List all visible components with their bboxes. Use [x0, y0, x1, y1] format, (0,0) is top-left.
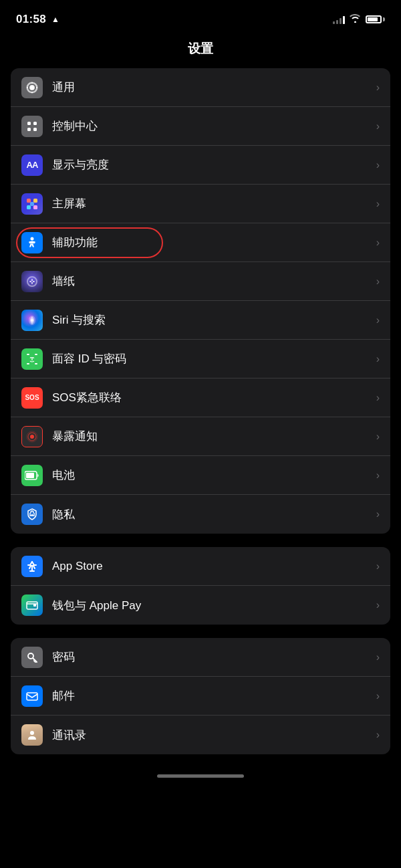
mail-label: 邮件	[52, 688, 371, 703]
svg-rect-11	[27, 205, 31, 209]
battery-chevron: ›	[376, 469, 380, 481]
control-center-icon	[21, 116, 43, 137]
signal-bars	[333, 15, 345, 24]
settings-row-siri[interactable]: Siri 与搜索 ›	[11, 301, 390, 340]
settings-group-3: 密码 › 邮件 › 通讯录 ›	[11, 638, 390, 754]
contacts-icon	[21, 724, 43, 746]
exposure-icon	[21, 426, 43, 447]
status-bar: 01:58 ▲	[0, 0, 401, 35]
settings-row-mail[interactable]: 邮件 ›	[11, 677, 390, 716]
wallet-icon	[21, 594, 43, 616]
siri-chevron: ›	[376, 314, 380, 326]
svg-rect-5	[27, 122, 31, 125]
mail-chevron: ›	[376, 690, 380, 702]
signal-bar-4	[343, 16, 345, 24]
general-icon	[21, 77, 43, 98]
signal-bar-2	[336, 20, 338, 24]
svg-rect-27	[31, 514, 33, 516]
svg-point-16	[31, 319, 33, 322]
passwords-icon	[21, 647, 43, 668]
svg-point-2	[31, 92, 33, 93]
svg-line-34	[34, 661, 35, 662]
settings-row-battery[interactable]: 电池 ›	[11, 456, 390, 495]
signal-bar-3	[340, 18, 342, 24]
appstore-chevron: ›	[376, 560, 380, 572]
settings-row-wallpaper[interactable]: 墙纸 ›	[11, 262, 390, 301]
svg-rect-26	[26, 473, 34, 478]
display-icon: AA	[21, 154, 43, 176]
svg-rect-8	[33, 128, 37, 131]
passwords-chevron: ›	[376, 651, 380, 663]
settings-row-passwords[interactable]: 密码 ›	[11, 638, 390, 677]
settings-row-exposure[interactable]: 暴露通知 ›	[11, 417, 390, 456]
home-indicator	[0, 768, 401, 783]
display-label: 显示与亮度	[52, 157, 371, 173]
privacy-label: 隐私	[52, 507, 371, 522]
settings-group-2: App Store › 钱包与 Apple Pay ›	[11, 547, 390, 625]
svg-rect-18	[35, 354, 37, 355]
settings-row-accessibility[interactable]: 辅助功能 ›	[11, 223, 390, 262]
settings-row-sos[interactable]: SOS SOS紧急联络 ›	[11, 378, 390, 417]
svg-point-3	[27, 87, 28, 88]
privacy-chevron: ›	[376, 508, 380, 520]
svg-rect-19	[27, 363, 29, 364]
faceid-chevron: ›	[376, 353, 380, 365]
mail-icon	[21, 685, 43, 707]
svg-point-36	[30, 731, 34, 735]
sos-icon: SOS	[21, 387, 43, 409]
faceid-icon	[21, 348, 43, 370]
svg-point-14	[31, 237, 34, 240]
privacy-icon	[21, 504, 43, 525]
status-icons	[333, 14, 385, 25]
passwords-label: 密码	[52, 649, 371, 665]
svg-point-4	[36, 87, 37, 88]
page-title: 设置	[0, 35, 401, 68]
siri-icon	[21, 310, 43, 331]
settings-row-general[interactable]: 通用 ›	[11, 68, 390, 107]
wallpaper-chevron: ›	[376, 276, 380, 288]
accessibility-icon	[21, 232, 43, 253]
signal-bar-1	[333, 21, 335, 24]
battery-icon	[366, 15, 385, 23]
settings-row-display[interactable]: AA 显示与亮度 ›	[11, 146, 390, 185]
wallet-chevron: ›	[376, 599, 380, 611]
location-icon: ▲	[51, 15, 59, 24]
settings-group-1: 通用 › 控制中心 › AA 显示与亮度 ›	[11, 68, 390, 534]
battery-row-icon	[21, 465, 43, 486]
homescreen-label: 主屏幕	[52, 196, 371, 211]
time-display: 01:58	[16, 13, 46, 26]
wallet-label: 钱包与 Apple Pay	[52, 598, 371, 613]
wallpaper-label: 墙纸	[52, 274, 371, 289]
sos-chevron: ›	[376, 392, 380, 404]
display-chevron: ›	[376, 159, 380, 171]
control-center-chevron: ›	[376, 120, 380, 132]
faceid-label: 面容 ID 与密码	[52, 351, 371, 366]
exposure-chevron: ›	[376, 431, 380, 443]
settings-row-faceid[interactable]: 面容 ID 与密码 ›	[11, 340, 390, 378]
home-bar	[157, 774, 244, 778]
svg-rect-35	[27, 693, 37, 700]
svg-point-22	[30, 435, 34, 439]
settings-row-homescreen[interactable]: 主屏幕 ›	[11, 185, 390, 223]
appstore-icon	[21, 556, 43, 577]
homescreen-icon	[21, 193, 43, 215]
status-time: 01:58 ▲	[16, 13, 59, 26]
svg-rect-9	[27, 199, 31, 203]
accessibility-chevron: ›	[376, 237, 380, 249]
svg-rect-10	[33, 199, 37, 203]
exposure-label: 暴露通知	[52, 429, 371, 444]
settings-row-appstore[interactable]: App Store ›	[11, 547, 390, 586]
settings-row-contacts[interactable]: 通讯录 ›	[11, 716, 390, 754]
svg-rect-17	[27, 354, 29, 355]
svg-rect-7	[27, 128, 31, 131]
wallpaper-icon	[21, 271, 43, 292]
settings-row-privacy[interactable]: 隐私 ›	[11, 495, 390, 534]
svg-rect-12	[33, 205, 37, 209]
general-chevron: ›	[376, 82, 380, 94]
homescreen-chevron: ›	[376, 198, 380, 210]
settings-row-wallet[interactable]: 钱包与 Apple Pay ›	[11, 586, 390, 625]
accessibility-label: 辅助功能	[52, 235, 371, 250]
settings-row-control-center[interactable]: 控制中心 ›	[11, 107, 390, 146]
contacts-label: 通讯录	[52, 728, 371, 743]
contacts-chevron: ›	[376, 729, 380, 741]
